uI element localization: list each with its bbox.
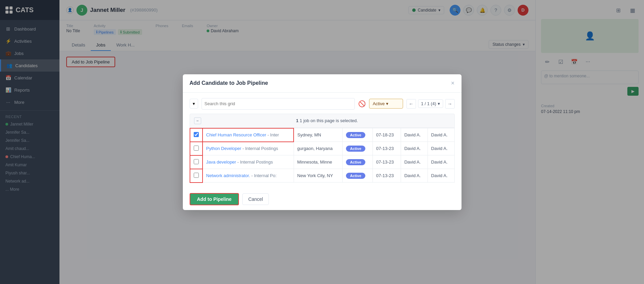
next-page-button[interactable]: → (445, 99, 455, 109)
table-row: Chief Human Resource Officer - Inter Syd… (190, 128, 455, 142)
job-date-3: 07-13-23 (372, 155, 401, 169)
job-link-3[interactable]: Java developer (206, 159, 236, 165)
job-owner-3: David A. (401, 155, 428, 169)
chevron-down-icon: ▾ (438, 101, 440, 106)
block-icon[interactable]: 🚫 (358, 100, 366, 108)
job-subtitle-2: - Internal Postings (242, 146, 278, 151)
search-input[interactable] (205, 101, 352, 106)
status-badge: Active (346, 132, 365, 138)
job-date-4: 07-13-23 (372, 169, 401, 183)
job-title-cell: Java developer - Internal Postings (203, 155, 294, 169)
job-contact-3: David A. (428, 155, 454, 169)
job-status-4: Active (343, 169, 373, 183)
status-badge: Active (346, 159, 365, 165)
job-location-2: gurgaon, Haryana (294, 142, 342, 155)
row-checkbox-1[interactable] (194, 132, 199, 137)
table-row: Java developer - Internal Postings Minne… (190, 155, 455, 169)
row-checkbox-3[interactable] (194, 159, 199, 164)
job-owner-4: David A. (401, 169, 428, 183)
selection-count: 1 1 job on this page is selected. (204, 118, 450, 123)
status-filter-dropdown[interactable]: Active ▾ (369, 99, 403, 109)
status-badge: Active (346, 146, 365, 152)
job-link-1[interactable]: Chief Human Resource Officer (206, 132, 266, 137)
row-checkbox-4[interactable] (194, 173, 199, 178)
job-contact-4: David A. (428, 169, 454, 183)
search-input-wrap (202, 98, 355, 110)
modal-title: Add Candidate to Job Pipeline (190, 80, 268, 86)
modal-toolbar: ▾ 🚫 Active ▾ ← 1 / 1 (4) ▾ → (190, 98, 455, 110)
job-date-1: 07-18-23 (372, 128, 401, 142)
chevron-down-icon: ▾ (386, 101, 388, 106)
nav-arrows: ← 1 / 1 (4) ▾ → (406, 99, 455, 109)
job-date-2: 07-13-23 (372, 142, 401, 155)
checkbox-cell (190, 128, 203, 142)
job-status-3: Active (343, 155, 373, 169)
job-title-cell: Python Developer - Internal Postings (203, 142, 294, 155)
modal-footer: Add to Pipeline Cancel (183, 188, 462, 210)
status-filter-label: Active (373, 101, 385, 106)
job-title-cell: Network administrator. - Internal Po: (203, 169, 294, 183)
job-location-4: New York City, NY (294, 169, 342, 183)
job-location-1: Sydney, MN (294, 128, 342, 142)
checkbox-cell (190, 169, 203, 183)
page-info: 1 / 1 (4) ▾ (418, 99, 443, 108)
modal-overlay: Add Candidate to Job Pipeline × ▾ 🚫 Acti… (0, 0, 644, 284)
job-status-2: Active (343, 142, 373, 155)
job-subtitle-4: - Internal Po: (251, 173, 276, 178)
modal-header: Add Candidate to Job Pipeline × (183, 74, 462, 93)
table-row: Network administrator. - Internal Po: Ne… (190, 169, 455, 183)
table-row: Python Developer - Internal Postings gur… (190, 142, 455, 155)
job-title-cell: Chief Human Resource Officer - Inter (203, 128, 294, 142)
job-contact-2: David A. (428, 142, 454, 155)
filter-dropdown[interactable]: ▾ (190, 99, 198, 109)
job-owner-2: David A. (401, 142, 428, 155)
add-pipeline-modal: Add Candidate to Job Pipeline × ▾ 🚫 Acti… (183, 74, 462, 210)
selection-banner: − 1 1 job on this page is selected. (190, 114, 455, 128)
job-contact-1: David A. (428, 128, 454, 142)
add-to-pipeline-button[interactable]: Add to Pipeline (190, 193, 239, 205)
modal-body: ▾ 🚫 Active ▾ ← 1 / 1 (4) ▾ → (183, 93, 462, 188)
job-link-2[interactable]: Python Developer (206, 146, 241, 151)
job-subtitle-1: - Inter (267, 132, 279, 137)
row-checkbox-2[interactable] (194, 146, 199, 151)
modal-close-button[interactable]: × (451, 80, 455, 87)
job-status-1: Active (343, 128, 373, 142)
jobs-table: Chief Human Resource Officer - Inter Syd… (190, 128, 455, 183)
job-location-3: Minnesota, Minne (294, 155, 342, 169)
job-owner-1: David A. (401, 128, 428, 142)
checkbox-cell (190, 155, 203, 169)
chevron-down-icon: ▾ (193, 101, 195, 106)
cancel-button[interactable]: Cancel (242, 193, 269, 205)
checkbox-cell (190, 142, 203, 155)
job-link-4[interactable]: Network administrator. (206, 173, 250, 178)
prev-page-button[interactable]: ← (406, 99, 416, 109)
status-badge: Active (346, 173, 365, 179)
deselect-button[interactable]: − (194, 117, 201, 124)
job-subtitle-3: - Internal Postings (237, 159, 273, 165)
